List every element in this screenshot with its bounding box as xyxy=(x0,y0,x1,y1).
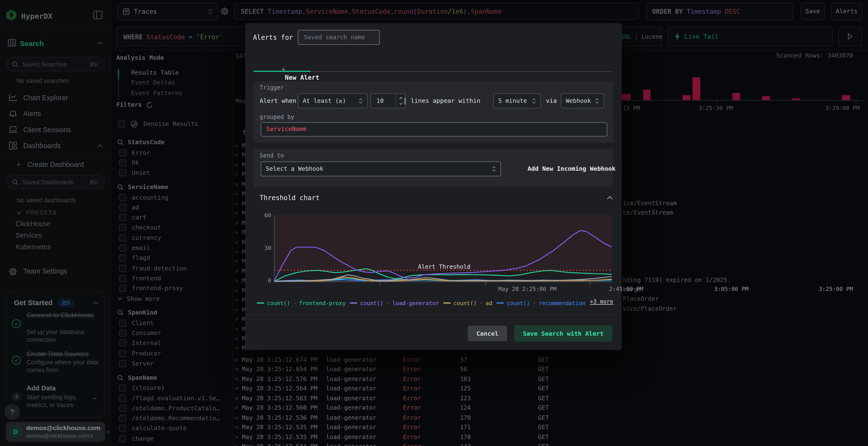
threshold-value-input[interactable]: 10 xyxy=(370,94,406,108)
channel-select[interactable]: Webhook xyxy=(561,94,604,108)
grouped-by-label: grouped by xyxy=(260,113,294,120)
legend-item[interactable]: count()·recommendation xyxy=(497,300,585,306)
legend-dash xyxy=(497,303,504,304)
threshold-op-select[interactable]: At least (≥) xyxy=(298,94,368,108)
legend-more-button[interactable]: +3 more xyxy=(590,299,613,305)
cancel-button[interactable]: Cancel xyxy=(468,325,507,341)
legend-item[interactable]: count()·ad xyxy=(443,300,492,306)
y-tick-30: 30 xyxy=(262,244,271,251)
y-tick-0: 0 xyxy=(265,277,271,284)
add-webhook-button[interactable]: Add New Incoming Webhook xyxy=(528,161,616,176)
saved-search-name-placeholder: Saved search name xyxy=(298,30,379,44)
chart-x-label: May 28 2:25:00 PM xyxy=(498,285,559,292)
legend-item[interactable]: count()·frontend-proxy xyxy=(257,300,345,306)
threshold-chart-plot xyxy=(274,215,612,286)
send-to-section: Send to Select a Webhook Add New Incomin… xyxy=(254,149,613,187)
select-chevrons-icon xyxy=(595,98,599,104)
webhook-select[interactable]: Select a Webhook xyxy=(261,161,501,176)
modal-title: Alerts for xyxy=(253,34,293,41)
grouped-by-value: ServiceName xyxy=(266,126,306,133)
modal-footer-divider xyxy=(245,314,622,315)
legend-dash xyxy=(350,303,357,304)
legend-item[interactable]: count()·load-generator xyxy=(350,300,439,306)
saved-search-name-input[interactable]: Saved search name xyxy=(298,30,380,45)
alert-modal: Alerts for Saved search name + New Alert… xyxy=(245,23,622,350)
select-chevrons-icon xyxy=(532,98,536,104)
select-chevrons-icon xyxy=(492,166,496,172)
send-to-label: Send to xyxy=(260,152,284,159)
legend-dash xyxy=(257,303,264,304)
chart-legend: count()·frontend-proxycount()·load-gener… xyxy=(257,295,614,306)
lines-appear-label: lines appear within xyxy=(411,94,480,108)
plus-icon: + xyxy=(282,66,286,73)
grouped-by-input[interactable]: ServiceName xyxy=(261,122,607,137)
chart-x-label: 2:45:00 PM xyxy=(608,285,644,292)
chart-x-label: 3:25:00 PM xyxy=(818,285,854,292)
y-tick-60: 60 xyxy=(262,212,271,218)
trigger-label: Trigger xyxy=(260,84,284,91)
select-chevrons-icon xyxy=(359,98,363,104)
above-threshold-shade xyxy=(274,215,612,270)
alert-threshold-label: Alert Threshold xyxy=(418,263,470,270)
via-label: via xyxy=(546,94,557,108)
chart-x-label: 3:05:00 PM xyxy=(713,285,749,292)
tab-active-indicator xyxy=(254,71,311,72)
threshold-chart-title: Threshold chart xyxy=(260,194,320,202)
alert-when-label: Alert when xyxy=(260,94,296,108)
save-search-with-alert-button[interactable]: Save Search with Alert xyxy=(514,325,612,342)
collapse-chart-chevron-icon[interactable] xyxy=(607,196,613,200)
tab-underline xyxy=(311,71,613,72)
number-stepper[interactable] xyxy=(396,94,405,108)
time-window-select[interactable]: 5 minute xyxy=(493,94,541,108)
trigger-section: Trigger Alert when At least (≥) 10 lines… xyxy=(254,81,613,143)
legend-dash xyxy=(443,303,451,304)
